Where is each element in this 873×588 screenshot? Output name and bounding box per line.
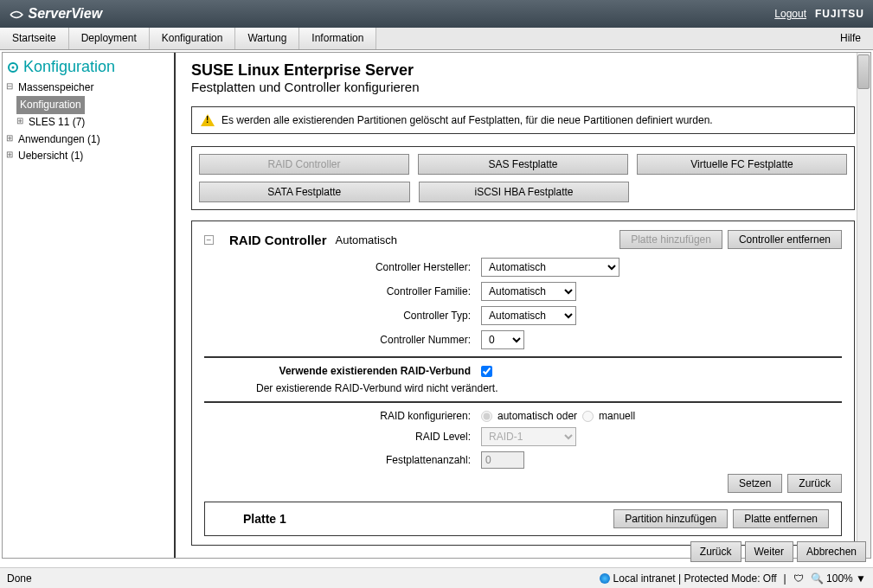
btn-setzen[interactable]: Setzen [728,474,782,493]
radio-auto-label: automatisch oder [497,410,577,422]
btn-controller-entfernen[interactable]: Controller entfernen [728,230,842,249]
menu-konfiguration[interactable]: Konfiguration [150,28,236,49]
product-logo: ServerView [9,6,102,22]
radio-manual-label: manuell [599,410,635,422]
btn-iscsi-hba[interactable]: iSCSI HBA Festplatte [419,182,630,202]
raid-controller-panel: − RAID Controller Automatisch Platte hin… [191,220,855,546]
status-zone: Local intranet | Protected Mode: Off [613,572,777,585]
btn-partition-hinzufuegen[interactable]: Partition hinzufügen [613,509,728,528]
warning-box: Es werden alle existierenden Partitionen… [191,106,855,134]
logout-link[interactable]: Logout [774,8,806,20]
checkbox-existing-raid[interactable] [481,366,492,377]
status-zoom-dropdown[interactable]: 🔍 100% ▼ [811,572,866,585]
collapse-icon[interactable]: − [204,235,214,245]
menu-hilfe[interactable]: Hilfe [828,28,873,49]
tree-anwendungen[interactable]: Anwendungen (1) [6,131,170,148]
label-festplattenanzahl: Festplattenanzahl: [204,454,481,466]
menu-deployment[interactable]: Deployment [69,28,150,49]
btn-sas-festplatte[interactable]: SAS Festplatte [418,154,628,175]
tree-konfiguration[interactable]: Konfiguration [16,96,85,114]
tree-uebersicht[interactable]: Uebersicht (1) [6,148,170,164]
warning-text: Es werden alle existierenden Partitionen… [221,114,713,126]
btn-wizard-weiter[interactable]: Weiter [745,541,793,562]
select-familie[interactable]: Automatisch [481,282,576,301]
page-title: SUSE Linux Enterprise Server [191,61,855,80]
select-typ[interactable]: Automatisch [481,306,576,325]
btn-raid-controller[interactable]: RAID Controller [199,154,409,175]
label-hersteller: Controller Hersteller: [204,261,481,273]
sidebar: Konfiguration Massenspeicher Konfigurati… [3,53,176,558]
label-raid-konfigurieren: RAID konfigurieren: [204,410,481,422]
menu-wartung[interactable]: Wartung [235,28,299,49]
platte-1-panel: Platte 1 Partition hinzufügen Platte ent… [204,502,842,536]
label-familie: Controller Familie: [204,285,481,297]
globe-icon [600,573,610,584]
tree-sles11[interactable]: SLES 11 (7) [16,114,170,131]
main-content: SUSE Linux Enterprise Server Festplatten… [176,53,870,558]
statusbar: Done Local intranet | Protected Mode: Of… [0,567,873,588]
btn-virtuelle-fc[interactable]: Virtuelle FC Festplatte [637,154,847,175]
vendor-logo: FUJITSU [815,8,864,20]
topbar: ServerView Logout FUJITSU [0,0,873,28]
btn-wizard-abbrechen[interactable]: Abbrechen [797,541,866,562]
label-raid-level: RAID Level: [204,431,481,443]
radio-manuell[interactable] [582,411,594,422]
label-existing-raid: Verwende existierenden RAID-Verbund [204,365,481,377]
wizard-footer-buttons: Zurück Weiter Abbrechen [690,541,866,562]
btn-platte-hinzufuegen[interactable]: Platte hinzufügen [619,230,722,249]
warning-icon [201,114,215,126]
gear-icon [6,61,20,74]
raid-panel-title: RAID Controller [229,233,327,247]
btn-sata-festplatte[interactable]: SATA Festplatte [199,182,410,202]
controller-type-buttons: RAID Controller SAS Festplatte Virtuelle… [191,146,855,210]
status-divider: | [784,572,786,585]
svg-point-1 [12,66,15,68]
select-nummer[interactable]: 0 [481,330,524,349]
menu-information[interactable]: Information [299,28,376,49]
btn-wizard-zurueck[interactable]: Zurück [690,541,741,562]
scroll-thumb[interactable] [857,54,870,89]
protected-mode-icon[interactable]: 🛡 [793,572,804,585]
tree-massenspeicher[interactable]: Massenspeicher [6,80,170,96]
status-done: Done [7,572,32,585]
page-subtitle: Festplatten und Controller konfigurieren [191,80,855,94]
radio-automatisch[interactable] [481,411,492,422]
sidebar-title: Konfiguration [6,58,170,76]
input-festplattenanzahl[interactable] [481,451,524,469]
existing-raid-note: Der existierende RAID-Verbund wird nicht… [204,382,842,394]
label-typ: Controller Typ: [204,310,481,322]
label-nummer: Controller Nummer: [204,334,481,346]
select-raid-level[interactable]: RAID-1 [481,427,576,446]
scrollbar[interactable] [857,53,870,558]
platte-title: Platte 1 [243,512,286,526]
raid-panel-mode: Automatisch [336,233,398,246]
select-hersteller[interactable]: Automatisch [481,258,619,277]
btn-platte-entfernen[interactable]: Platte entfernen [733,509,829,528]
menubar: Startseite Deployment Konfiguration Wart… [0,28,873,50]
btn-zurueck-form[interactable]: Zurück [787,474,842,493]
menu-startseite[interactable]: Startseite [0,28,69,49]
